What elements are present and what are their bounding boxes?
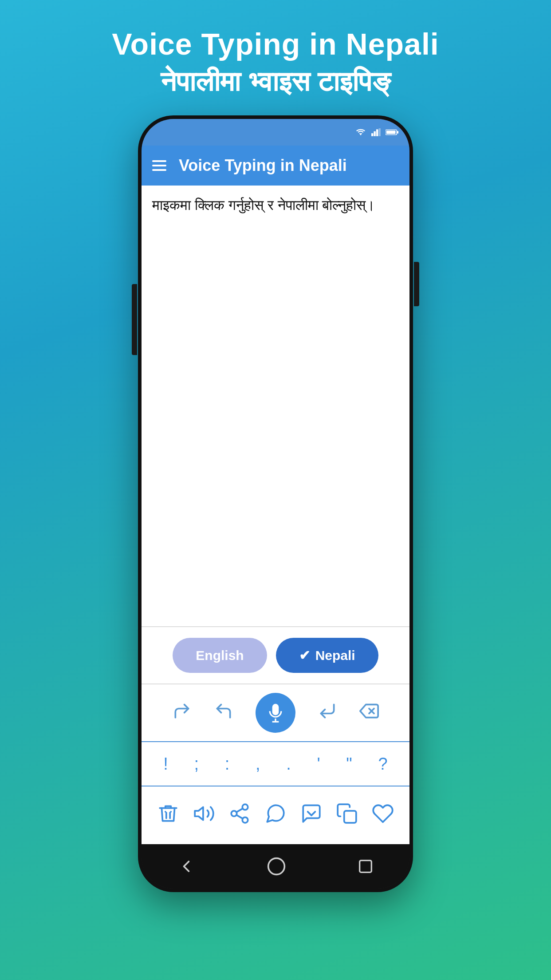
share-action-icon[interactable] [228, 802, 251, 829]
home-button[interactable] [267, 857, 286, 876]
svg-rect-1 [371, 133, 373, 136]
svg-rect-2 [374, 131, 376, 136]
nepali-button-label: Nepali [315, 648, 355, 663]
delete-action-icon[interactable] [157, 802, 179, 829]
messenger-action-icon[interactable] [300, 802, 323, 829]
svg-rect-22 [359, 861, 371, 873]
svg-marker-14 [195, 807, 203, 820]
redo-icon[interactable] [172, 701, 192, 725]
backspace-icon[interactable] [359, 701, 379, 725]
punct-semicolon[interactable]: ; [188, 751, 205, 777]
back-button[interactable] [177, 857, 196, 876]
svg-rect-20 [344, 810, 356, 822]
speaker-action-icon[interactable] [193, 802, 215, 829]
phone-inner: Voice Typing in Nepali माइकमा क्लिक गर्न… [142, 119, 409, 889]
wifi-icon [354, 128, 367, 137]
enter-icon[interactable] [318, 701, 337, 725]
phone-frame: Voice Typing in Nepali माइकमा क्लिक गर्न… [138, 115, 413, 892]
undo-icon[interactable] [214, 701, 233, 725]
punct-colon[interactable]: : [219, 751, 236, 777]
english-button[interactable]: English [173, 638, 267, 673]
signal-icon [371, 128, 381, 137]
content-area: माइकमा क्लिक गर्नुहोस् र नेपालीमा बोल्नु… [142, 186, 409, 844]
favorite-action-icon[interactable] [372, 802, 394, 829]
typed-text: माइकमा क्लिक गर्नुहोस् र नेपालीमा बोल्नु… [152, 194, 399, 216]
punct-period[interactable]: . [280, 751, 297, 777]
svg-rect-3 [376, 129, 378, 136]
nepali-checkmark: ✔ [299, 648, 310, 663]
svg-rect-6 [397, 131, 398, 134]
svg-point-21 [268, 858, 285, 875]
app-bar: Voice Typing in Nepali [142, 146, 409, 186]
copy-action-icon[interactable] [336, 802, 358, 829]
battery-icon [386, 128, 399, 136]
punct-quote[interactable]: " [340, 751, 358, 777]
svg-marker-0 [359, 133, 362, 135]
language-selection: English ✔ Nepali [142, 627, 409, 684]
page-title-nepali: नेपालीमा भ्वाइस टाइपिङ् [112, 66, 439, 98]
action-bar [142, 786, 409, 844]
controls-row [142, 684, 409, 742]
punct-exclamation[interactable]: ! [157, 751, 174, 777]
app-bar-title: Voice Typing in Nepali [179, 156, 347, 175]
status-bar [142, 119, 409, 146]
mic-button[interactable] [256, 693, 295, 733]
page-title-english: Voice Typing in Nepali [112, 27, 439, 61]
text-input-area[interactable]: माइकमा क्लिक गर्नुहोस् र नेपालीमा बोल्नु… [142, 186, 409, 627]
hamburger-menu[interactable] [152, 160, 166, 171]
page-title-area: Voice Typing in Nepali नेपालीमा भ्वाइस ट… [112, 0, 439, 98]
status-icons [354, 128, 399, 137]
nav-bar [142, 844, 409, 889]
punctuation-row: ! ; : , . ' " ? [142, 742, 409, 786]
svg-rect-7 [386, 130, 396, 134]
nepali-button[interactable]: ✔ Nepali [276, 638, 378, 673]
recents-button[interactable] [357, 858, 374, 875]
whatsapp-action-icon[interactable] [264, 802, 287, 829]
punct-comma[interactable]: , [249, 751, 267, 777]
punct-apostrophe[interactable]: ' [311, 751, 326, 777]
svg-line-19 [236, 808, 243, 812]
svg-rect-4 [379, 128, 381, 136]
svg-line-18 [236, 815, 243, 818]
punct-question[interactable]: ? [372, 751, 394, 777]
